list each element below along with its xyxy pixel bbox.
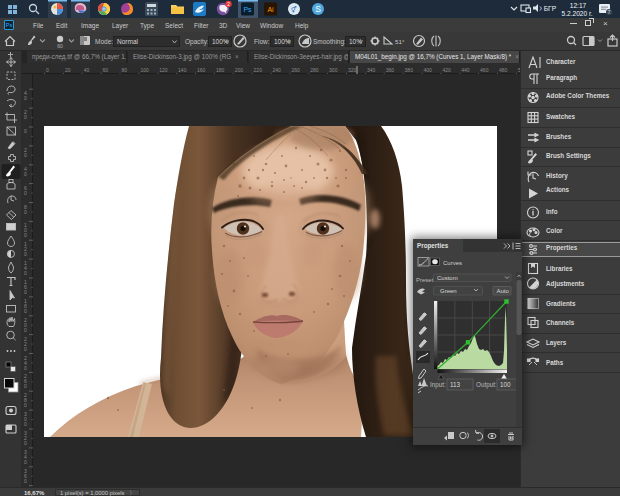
- svg-text:80: 80: [122, 67, 128, 73]
- svg-text:Properties: Properties: [417, 242, 449, 250]
- svg-text:Input:: Input:: [430, 381, 446, 389]
- svg-text:420: 420: [442, 67, 451, 73]
- svg-text:300: 300: [329, 67, 338, 73]
- svg-text:12:17: 12:17: [570, 2, 587, 9]
- svg-text:380: 380: [405, 67, 414, 73]
- svg-text:0: 0: [24, 308, 27, 314]
- svg-text:S: S: [315, 4, 321, 14]
- svg-text:0: 0: [24, 289, 27, 295]
- svg-text:БГР: БГР: [544, 5, 557, 12]
- svg-text:0: 0: [24, 190, 27, 196]
- svg-text:0: 0: [24, 402, 27, 408]
- svg-text:0: 0: [46, 67, 49, 73]
- svg-text:0: 0: [24, 171, 27, 177]
- svg-text:20: 20: [65, 67, 71, 73]
- svg-text:100: 100: [500, 381, 511, 388]
- svg-text:400: 400: [424, 67, 433, 73]
- svg-text:113: 113: [450, 381, 461, 388]
- svg-text:5.2.2020 г.: 5.2.2020 г.: [562, 10, 593, 17]
- svg-text:180: 180: [216, 67, 225, 73]
- svg-text:0: 0: [24, 365, 27, 371]
- svg-text:0: 0: [24, 327, 27, 333]
- svg-text:260: 260: [291, 67, 300, 73]
- svg-text:140: 140: [178, 67, 187, 73]
- svg-text:340: 340: [367, 67, 376, 73]
- svg-text:460: 460: [480, 67, 489, 73]
- svg-text:220: 220: [254, 67, 263, 73]
- svg-text:Curves: Curves: [443, 260, 462, 266]
- svg-text:0: 0: [24, 152, 27, 158]
- svg-text:0: 0: [24, 478, 27, 484]
- svg-text:100: 100: [140, 67, 149, 73]
- svg-text:0: 0: [24, 232, 27, 238]
- svg-text:0: 0: [24, 459, 27, 465]
- svg-text:Ai: Ai: [267, 6, 274, 13]
- svg-text:0: 0: [24, 421, 27, 427]
- svg-text:320: 320: [348, 67, 357, 73]
- svg-text:60: 60: [57, 43, 63, 49]
- svg-text:360: 360: [386, 67, 395, 73]
- svg-text:0: 0: [24, 270, 27, 276]
- svg-text:0: 0: [24, 251, 27, 257]
- svg-text:440: 440: [461, 67, 470, 73]
- svg-text:60: 60: [103, 67, 109, 73]
- svg-text:0: 0: [24, 440, 27, 446]
- svg-text:Ps: Ps: [243, 6, 252, 13]
- svg-text:0: 0: [24, 346, 27, 352]
- svg-text:240: 240: [273, 67, 282, 73]
- svg-text:Custom: Custom: [437, 275, 458, 281]
- svg-text:Auto: Auto: [497, 288, 510, 294]
- svg-text:120: 120: [159, 67, 168, 73]
- svg-text:200: 200: [235, 67, 244, 73]
- svg-text:480: 480: [499, 67, 508, 73]
- svg-text:0: 0: [24, 383, 27, 389]
- svg-text:40: 40: [84, 67, 90, 73]
- svg-text:Preset:: Preset:: [416, 277, 435, 283]
- svg-text:280: 280: [310, 67, 319, 73]
- svg-text:0: 0: [24, 128, 27, 134]
- svg-text:0: 0: [24, 114, 27, 120]
- svg-text:0: 0: [24, 209, 27, 215]
- svg-text:Green: Green: [440, 288, 457, 294]
- svg-text:⚥: ⚥: [291, 6, 297, 13]
- svg-text:0: 0: [24, 95, 27, 101]
- svg-text:160: 160: [197, 67, 206, 73]
- svg-text:Output:: Output:: [476, 381, 497, 389]
- svg-text:51°: 51°: [395, 38, 405, 45]
